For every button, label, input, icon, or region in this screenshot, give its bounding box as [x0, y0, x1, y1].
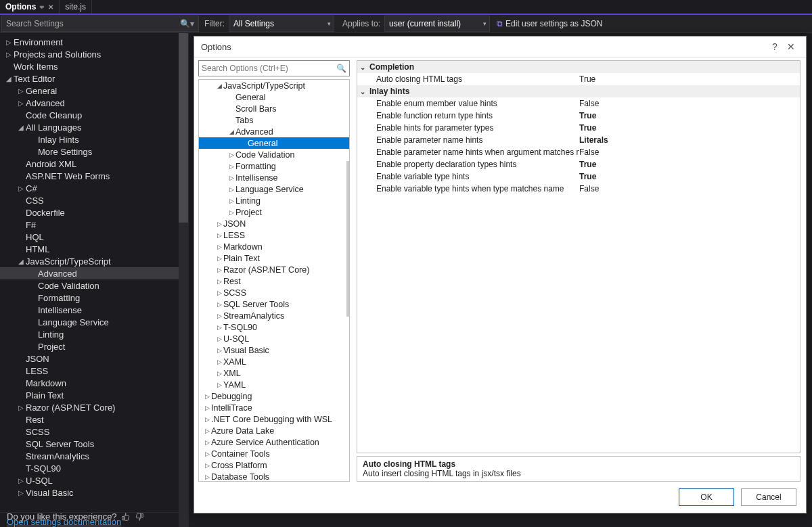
pin-icon[interactable]: ⫧: [39, 3, 45, 11]
tree-item[interactable]: Code Validation: [0, 279, 188, 292]
property-group-header[interactable]: ⌄Completion: [357, 61, 800, 73]
property-value[interactable]: True: [579, 172, 596, 181]
close-icon[interactable]: ✕: [48, 3, 53, 11]
edit-json-link[interactable]: ⧉ Edit user settings as JSON: [497, 19, 602, 28]
property-value[interactable]: True: [579, 160, 596, 169]
options-tree-item[interactable]: ▷.NET Core Debugging with WSL: [199, 413, 349, 425]
tree-item[interactable]: ▷Razor (ASP.NET Core): [0, 401, 188, 413]
options-tree-item[interactable]: ▷Formatting: [199, 160, 349, 172]
search-settings-input[interactable]: Search Settings 🔍▾: [1, 16, 199, 32]
tree-item[interactable]: StreamAnalytics: [0, 450, 188, 462]
help-button[interactable]: ?: [767, 41, 783, 52]
tree-item[interactable]: HTML: [0, 243, 188, 255]
tree-item[interactable]: Linting: [0, 328, 188, 340]
property-row[interactable]: Enable parameter name hintsLiterals: [357, 134, 800, 146]
property-value[interactable]: True: [579, 74, 595, 84]
property-row[interactable]: Enable enum member value hintsFalse: [357, 97, 800, 110]
tree-item[interactable]: T-SQL90: [0, 462, 188, 474]
ok-button[interactable]: OK: [679, 488, 734, 506]
applies-select[interactable]: user (current install) ▾: [384, 16, 490, 32]
thumbs-down-icon[interactable]: [135, 512, 144, 522]
options-tree-item[interactable]: General: [199, 91, 349, 103]
options-search-input[interactable]: Search Options (Ctrl+E) 🔍: [198, 60, 350, 76]
tree-item[interactable]: Android XML: [0, 158, 188, 170]
tree-item[interactable]: JSON: [0, 352, 188, 365]
tree-item[interactable]: Project: [0, 340, 188, 352]
tree-item[interactable]: ASP.NET Web Forms: [0, 170, 188, 182]
tree-item[interactable]: Rest: [0, 413, 188, 426]
options-tree-item[interactable]: ▷YAML: [199, 379, 349, 390]
options-tree-item[interactable]: ▷Razor (ASP.NET Core): [199, 264, 349, 275]
tree-item[interactable]: Formatting: [0, 292, 188, 304]
tree-item[interactable]: ▷Visual Basic: [0, 486, 188, 499]
tree-item[interactable]: ▷Environment: [0, 36, 188, 48]
property-grid[interactable]: ⌄CompletionAuto closing HTML tagsTrue⌄In…: [357, 60, 800, 453]
filter-select[interactable]: All Settings ▾: [229, 16, 334, 32]
property-row[interactable]: Enable parameter name hints when argumen…: [357, 146, 800, 158]
cancel-button[interactable]: Cancel: [741, 488, 796, 506]
property-value[interactable]: True: [579, 111, 596, 120]
tree-item[interactable]: Intellisense: [0, 304, 188, 316]
tree-item[interactable]: Dockerfile: [0, 206, 188, 219]
options-tree-item[interactable]: ▷XAML: [199, 356, 349, 367]
options-tree-item[interactable]: ▷LESS: [199, 229, 349, 241]
tree-item[interactable]: Markdown: [0, 377, 188, 389]
options-tree-item[interactable]: ▷Linting: [199, 195, 349, 206]
tree-item[interactable]: Language Service: [0, 316, 188, 328]
options-tree-item[interactable]: ▷Database Tools: [199, 471, 349, 482]
options-tree-item[interactable]: ▷JSON: [199, 218, 349, 229]
options-tree-item[interactable]: ◢JavaScript/TypeScript: [199, 80, 349, 91]
tree-item[interactable]: F#: [0, 219, 188, 231]
tree-item[interactable]: SQL Server Tools: [0, 438, 188, 450]
tree-item[interactable]: ◢Text Editor: [0, 72, 188, 85]
options-tree-item[interactable]: ▷Rest: [199, 275, 349, 287]
property-row[interactable]: Enable function return type hintsTrue: [357, 110, 800, 122]
options-tree-item[interactable]: ▷StreamAnalytics: [199, 310, 349, 321]
tree-item[interactable]: ▷General: [0, 85, 188, 97]
tree-item[interactable]: SCSS: [0, 426, 188, 438]
scrollbar-thumb[interactable]: [346, 161, 349, 317]
options-tree-item[interactable]: ◢Advanced: [199, 126, 349, 137]
tree-item[interactable]: HQL: [0, 231, 188, 243]
scrollbar-thumb[interactable]: [179, 33, 188, 223]
tree-item[interactable]: CSS: [0, 194, 188, 206]
options-tree-item[interactable]: ▷U-SQL: [199, 333, 349, 344]
property-value[interactable]: Literals: [579, 135, 608, 145]
property-row[interactable]: Enable hints for parameter typesTrue: [357, 122, 800, 134]
options-tree-item[interactable]: Tabs: [199, 114, 349, 126]
tree-item[interactable]: ▷U-SQL: [0, 474, 188, 486]
property-value[interactable]: False: [579, 147, 599, 157]
options-tree-item[interactable]: ▷Plain Text: [199, 252, 349, 264]
scrollbar[interactable]: [179, 33, 188, 527]
options-tree-item[interactable]: ▷SQL Server Tools: [199, 298, 349, 310]
options-tree[interactable]: ◢JavaScript/TypeScriptGeneralScroll Bars…: [198, 79, 350, 482]
tab-options[interactable]: Options ⫧ ✕: [0, 0, 60, 14]
thumbs-up-icon[interactable]: [121, 512, 131, 522]
tree-item[interactable]: ▷Advanced: [0, 97, 188, 109]
options-tree-item[interactable]: ▷XML: [199, 367, 349, 379]
options-tree-item[interactable]: ▷Debugging: [199, 390, 349, 402]
property-row[interactable]: Enable property declaration types hintsT…: [357, 158, 800, 170]
options-tree-item[interactable]: ▷IntelliTrace: [199, 402, 349, 413]
options-tree-item[interactable]: ▷SCSS: [199, 287, 349, 298]
options-tree-item[interactable]: ▷Cross Platform: [199, 459, 349, 471]
tree-item[interactable]: More Settings: [0, 145, 188, 158]
tree-item[interactable]: Advanced: [0, 267, 188, 279]
tree-item[interactable]: ▷Projects and Solutions: [0, 48, 188, 60]
tree-item[interactable]: LESS: [0, 365, 188, 377]
tree-item[interactable]: ◢JavaScript/TypeScript: [0, 255, 188, 267]
options-tree-item[interactable]: ▷Markdown: [199, 241, 349, 252]
property-row[interactable]: Enable variable type hintsTrue: [357, 170, 800, 183]
options-tree-item[interactable]: ▷Code Validation: [199, 149, 349, 160]
property-value[interactable]: False: [579, 99, 599, 108]
options-tree-item[interactable]: ▷Azure Service Authentication: [199, 436, 349, 448]
options-tree-item[interactable]: General: [199, 137, 349, 149]
tree-item[interactable]: Plain Text: [0, 389, 188, 401]
property-group-header[interactable]: ⌄Inlay hints: [357, 85, 800, 97]
tree-item[interactable]: ◢All Languages: [0, 121, 188, 133]
tree-item[interactable]: Code Cleanup: [0, 109, 188, 121]
tree-item[interactable]: Inlay Hints: [0, 133, 188, 145]
options-tree-item[interactable]: ▷Language Service: [199, 183, 349, 195]
options-tree-item[interactable]: ▷T-SQL90: [199, 321, 349, 333]
property-row[interactable]: Enable variable type hints when type mat…: [357, 183, 800, 195]
